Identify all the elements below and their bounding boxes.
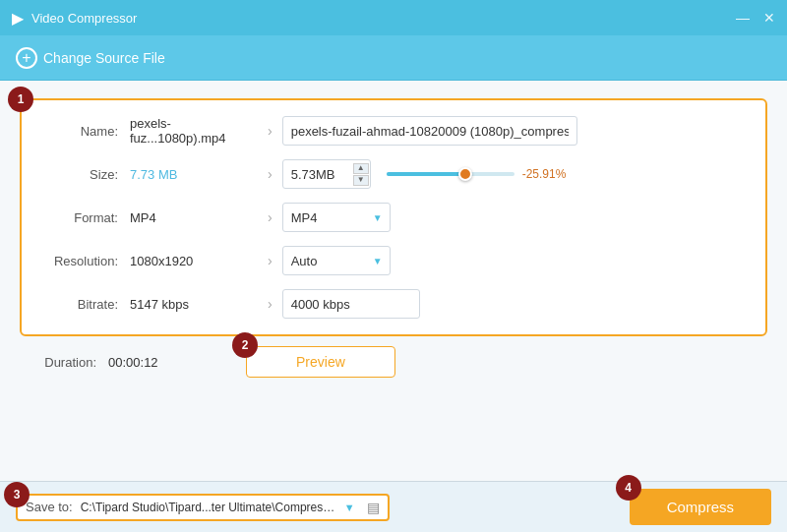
- bitrate-label: Bitrate:: [41, 297, 130, 312]
- format-select[interactable]: MP4 AVI MOV MKV: [282, 203, 391, 232]
- title-bar-left: ▶ Video Compressor: [12, 9, 137, 28]
- size-input-wrap: ▲ ▼ -25.91%: [282, 159, 567, 189]
- size-spinner: ▲ ▼: [282, 159, 371, 189]
- compress-button[interactable]: Compress: [630, 489, 771, 525]
- bottom-bar: 3 Save to: C:\Tipard Studio\Tipard...ter…: [0, 481, 787, 532]
- folder-icon[interactable]: ▤: [367, 500, 380, 515]
- format-dropdown-wrap: MP4 AVI MOV MKV ▼: [282, 203, 391, 232]
- app-title: Video Compressor: [31, 11, 137, 26]
- content-area: 1 Name: pexels-fuz...1080p).mp4 › Size: …: [0, 81, 787, 532]
- save-to-path: C:\Tipard Studio\Tipard...ter Ultimate\C…: [81, 501, 336, 514]
- format-value: MP4: [130, 210, 258, 225]
- bitrate-arrow-icon: ›: [268, 296, 272, 312]
- spinner-up-button[interactable]: ▲: [353, 163, 369, 174]
- size-label: Size:: [41, 167, 130, 182]
- size-slider-wrap: -25.91%: [387, 167, 567, 181]
- bitrate-row: Bitrate: 5147 kbps ›: [41, 289, 746, 319]
- name-input[interactable]: [282, 116, 577, 146]
- app-icon: ▶: [12, 9, 24, 28]
- size-slider[interactable]: [387, 172, 515, 176]
- slider-thumb[interactable]: [458, 167, 472, 181]
- name-arrow-icon: ›: [268, 123, 272, 139]
- format-row: Format: MP4 › MP4 AVI MOV MKV ▼: [41, 203, 746, 232]
- toolbar: + Change Source File: [0, 35, 787, 81]
- title-bar: ▶ Video Compressor — ✕: [0, 0, 787, 35]
- compress-wrap: 4 Compress: [630, 489, 771, 525]
- format-label: Format:: [41, 210, 130, 225]
- duration-label: Duration:: [20, 355, 108, 370]
- change-source-label: Change Source File: [43, 50, 165, 66]
- resolution-value: 1080x1920: [130, 254, 258, 268]
- format-arrow-icon: ›: [268, 209, 272, 225]
- resolution-label: Resolution:: [41, 254, 130, 268]
- resolution-row: Resolution: 1080x1920 › Auto 1080x1920 7…: [41, 246, 746, 275]
- window-controls: — ✕: [736, 10, 775, 26]
- badge-2: 2: [232, 332, 258, 358]
- spinner-down-button[interactable]: ▼: [353, 175, 369, 186]
- slider-fill: [387, 172, 466, 176]
- duration-preview-row: Duration: 00:00:12 2 Preview: [20, 346, 767, 378]
- change-source-button[interactable]: + Change Source File: [16, 47, 165, 69]
- size-value: 7.73 MB: [130, 167, 258, 182]
- badge-1: 1: [8, 87, 33, 112]
- badge-4: 4: [616, 475, 641, 501]
- bitrate-input[interactable]: [282, 289, 420, 319]
- resolution-select[interactable]: Auto 1080x1920 720x1280 480x854: [282, 246, 391, 275]
- plus-circle-icon: +: [16, 47, 37, 69]
- save-to-label: Save to:: [26, 500, 73, 514]
- badge-3: 3: [4, 482, 30, 507]
- save-to-wrap: 3 Save to: C:\Tipard Studio\Tipard...ter…: [16, 494, 390, 521]
- spinner-buttons: ▲ ▼: [353, 163, 369, 186]
- close-button[interactable]: ✕: [763, 10, 775, 26]
- name-row: Name: pexels-fuz...1080p).mp4 ›: [41, 116, 746, 146]
- duration-value: 00:00:12: [108, 355, 236, 370]
- save-to-dropdown-icon[interactable]: ▼: [344, 502, 355, 513]
- name-label: Name:: [41, 124, 130, 139]
- preview-wrap: 2 Preview: [246, 346, 395, 378]
- preview-button[interactable]: Preview: [246, 346, 395, 378]
- settings-panel: 1 Name: pexels-fuz...1080p).mp4 › Size: …: [20, 98, 767, 336]
- name-value: pexels-fuz...1080p).mp4: [130, 116, 258, 146]
- resolution-dropdown-wrap: Auto 1080x1920 720x1280 480x854 ▼: [282, 246, 391, 275]
- size-percent: -25.91%: [522, 167, 567, 181]
- bitrate-value: 5147 kbps: [130, 297, 258, 312]
- minimize-button[interactable]: —: [736, 10, 750, 26]
- resolution-arrow-icon: ›: [268, 253, 272, 268]
- size-arrow-icon: ›: [268, 166, 272, 182]
- size-row: Size: 7.73 MB › ▲ ▼ -25.91%: [41, 159, 746, 189]
